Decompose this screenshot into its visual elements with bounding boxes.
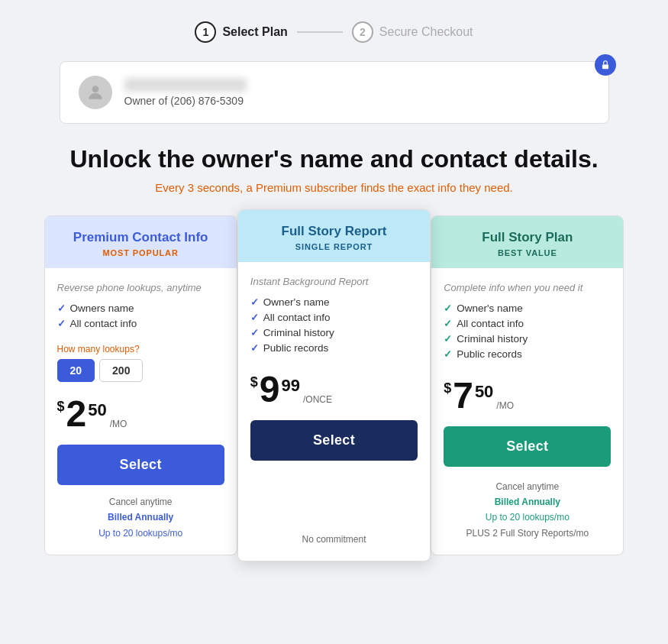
plan-description-fullplan: Complete info when you need it — [444, 282, 611, 293]
plan-title-fullplan: Full Story Plan — [444, 230, 611, 245]
avatar — [79, 76, 112, 109]
lookup-section: How many lookups? 20 200 — [57, 344, 224, 382]
price-dollar-premium: $ — [57, 399, 65, 415]
check-icon: ✓ — [57, 318, 66, 329]
price-period-fullplan: /MO — [496, 400, 514, 411]
check-icon: ✓ — [57, 303, 66, 314]
footer-line-lookups: Up to 20 lookups/mo — [57, 526, 224, 541]
plan-footer-premium: Cancel anytime Billed Annually Up to 20 … — [57, 494, 224, 541]
feature-item: ✓ Public records — [250, 342, 418, 354]
plan-description-fullstory: Instant Background Report — [250, 276, 418, 287]
price-section-fullplan: $ 7 50 /MO — [444, 377, 611, 414]
footer-line-nocommit: No commitment — [250, 532, 418, 547]
step-1: 1 Select Plan — [195, 21, 287, 43]
check-icon: ✓ — [250, 296, 259, 308]
footer-line-billed: Billed Annually — [444, 494, 611, 510]
feature-item: ✓ Owners name — [57, 303, 224, 314]
step-1-label: Select Plan — [222, 25, 287, 39]
feature-item: ✓ All contact info — [57, 318, 224, 329]
footer-line-cancel: Cancel anytime — [444, 479, 611, 494]
profile-card: Owner of (206) 876-5309 — [60, 61, 609, 124]
check-icon: ✓ — [250, 342, 259, 354]
step-2-label: Secure Checkout — [379, 25, 473, 39]
check-icon: ✓ — [444, 333, 452, 345]
plan-header-premium: Premium Contact Info MOST POPULAR — [45, 216, 237, 268]
lock-badge — [595, 54, 616, 76]
footer-line-plus: PLUS 2 Full Story Reports/mo — [444, 526, 611, 541]
feature-item: ✓ Public records — [444, 348, 611, 360]
lookup-btn-200[interactable]: 200 — [99, 359, 143, 382]
step-2: 2 Secure Checkout — [352, 21, 473, 43]
plan-subtitle-fullstory: SINGLE REPORT — [250, 242, 418, 251]
price-decimal-fullstory: 99 — [282, 376, 300, 396]
check-icon: ✓ — [444, 318, 452, 329]
plan-card-premium: Premium Contact Info MOST POPULAR Revers… — [44, 215, 237, 555]
plans-grid: Premium Contact Info MOST POPULAR Revers… — [44, 215, 624, 555]
profile-owner: Owner of (206) 876-5309 — [124, 95, 247, 107]
check-icon: ✓ — [250, 312, 259, 323]
plan-features-fullstory: ✓ Owner's name ✓ All contact info ✓ Crim… — [250, 296, 418, 358]
lookup-label: How many lookups? — [57, 344, 224, 354]
plan-header-fullplan: Full Story Plan BEST VALUE — [431, 216, 623, 268]
feature-item: ✓ Criminal history — [250, 327, 418, 338]
plan-title-premium: Premium Contact Info — [57, 230, 224, 245]
price-amount-fullplan: 7 — [453, 377, 473, 414]
step-1-circle: 1 — [195, 21, 216, 43]
plan-body-fullplan: Complete info when you need it ✓ Owner's… — [431, 268, 623, 555]
plan-body-fullstory: Instant Background Report ✓ Owner's name… — [238, 262, 430, 561]
profile-info: Owner of (206) 876-5309 — [124, 78, 247, 107]
plan-features-premium: ✓ Owners name ✓ All contact info — [57, 303, 224, 333]
svg-point-0 — [92, 86, 98, 92]
price-period-fullstory: /ONCE — [303, 394, 332, 405]
price-decimal-fullplan: 50 — [475, 382, 493, 402]
price-decimal-premium: 50 — [88, 400, 106, 420]
check-icon: ✓ — [444, 348, 452, 360]
feature-item: ✓ All contact info — [250, 312, 418, 323]
price-section-fullstory: $ 9 99 /ONCE — [250, 371, 418, 408]
lookup-btn-20[interactable]: 20 — [57, 359, 95, 382]
footer-line-lookups: Up to 20 lookups/mo — [444, 510, 611, 525]
check-icon: ✓ — [250, 327, 259, 338]
price-amount-fullstory: 9 — [260, 371, 280, 408]
plan-features-fullplan: ✓ Owner's name ✓ All contact info ✓ Crim… — [444, 303, 611, 364]
price-dollar-fullplan: $ — [444, 380, 451, 396]
main-headline: Unlock the owner's name and contact deta… — [69, 145, 598, 173]
price-amount-premium: 2 — [66, 396, 87, 432]
select-button-fullstory[interactable]: Select — [250, 420, 418, 461]
plan-card-fullstory: Full Story Report SINGLE REPORT Instant … — [237, 209, 431, 561]
feature-item: ✓ Criminal history — [444, 333, 611, 345]
profile-name-blurred — [124, 78, 247, 92]
step-line — [297, 31, 343, 33]
select-button-premium[interactable]: Select — [57, 445, 224, 485]
lookup-toggle[interactable]: 20 200 — [57, 359, 224, 382]
stepper: 1 Select Plan 2 Secure Checkout — [195, 21, 473, 43]
footer-line-cancel: Cancel anytime — [57, 494, 224, 510]
plan-title-fullstory: Full Story Report — [250, 224, 418, 239]
plan-footer-fullstory: No commitment — [250, 532, 418, 547]
plan-body-premium: Reverse phone lookups, anytime ✓ Owners … — [45, 268, 237, 555]
plan-subtitle-premium: MOST POPULAR — [57, 248, 224, 257]
price-section-premium: $ 2 50 /MO — [57, 396, 224, 432]
plan-header-fullstory: Full Story Report SINGLE REPORT — [238, 210, 430, 262]
price-period-premium: /MO — [110, 419, 127, 429]
plan-subtitle-fullplan: BEST VALUE — [444, 248, 611, 257]
check-icon: ✓ — [444, 303, 452, 314]
step-2-circle: 2 — [352, 21, 373, 43]
sub-headline: Every 3 seconds, a Premium subscriber fi… — [155, 181, 513, 194]
plan-card-fullplan: Full Story Plan BEST VALUE Complete info… — [431, 215, 624, 555]
plan-description-premium: Reverse phone lookups, anytime — [57, 282, 224, 293]
feature-item: ✓ All contact info — [444, 318, 611, 329]
price-dollar-fullstory: $ — [250, 374, 258, 390]
select-button-fullplan[interactable]: Select — [444, 426, 611, 467]
svg-rect-1 — [602, 64, 608, 69]
feature-item: ✓ Owner's name — [444, 303, 611, 314]
plan-footer-fullplan: Cancel anytime Billed Annually Up to 20 … — [444, 479, 611, 542]
feature-item: ✓ Owner's name — [250, 296, 418, 308]
footer-line-billed: Billed Annually — [57, 510, 224, 525]
